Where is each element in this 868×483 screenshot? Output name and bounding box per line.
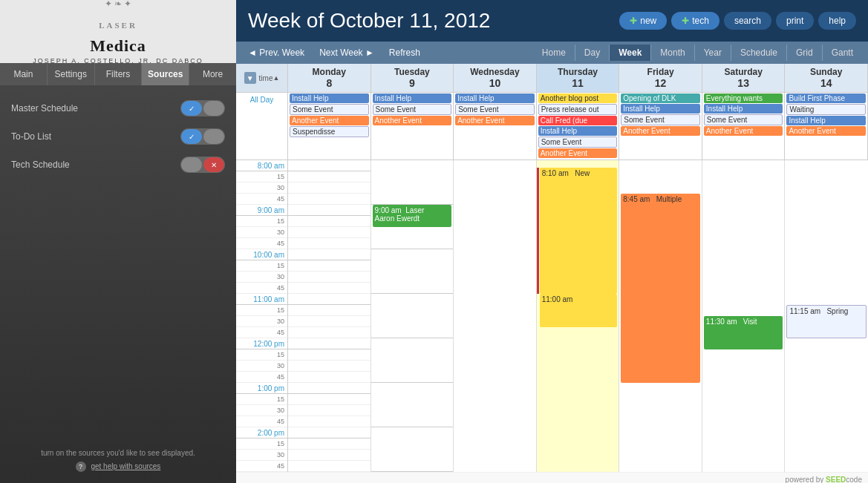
source-toggle-master[interactable]: ✓: [180, 100, 225, 116]
sidebar-tab-main[interactable]: Main: [0, 63, 48, 85]
day-num-sun: 14: [789, 77, 863, 89]
event-allday[interactable]: Another Event: [786, 126, 866, 136]
event-allday[interactable]: Suspendisse: [290, 126, 369, 137]
event-allday[interactable]: Install Help: [621, 104, 700, 114]
event-allday[interactable]: Some Event: [455, 104, 535, 115]
event-allday[interactable]: Everything wants: [704, 93, 783, 103]
event-allday[interactable]: Another Event: [373, 116, 452, 125]
event-allday[interactable]: Some Event: [373, 104, 452, 115]
timed-event-laser[interactable]: 9:00 am LaserAaron Ewerdt: [373, 205, 452, 227]
event-allday[interactable]: Install Help: [786, 116, 866, 125]
day-slot: [288, 316, 371, 327]
time-slot: 45: [236, 238, 287, 249]
sidebar-tab-filters[interactable]: Filters: [95, 63, 143, 85]
day-slot: [288, 394, 371, 405]
tab-week[interactable]: Week: [610, 45, 651, 61]
toggle-on-todo[interactable]: ✓: [181, 129, 202, 144]
allday-sat[interactable]: Everything wants Install Help Some Event…: [702, 93, 786, 160]
day-col-mon[interactable]: [288, 160, 371, 472]
event-allday[interactable]: Opening of DLK: [621, 93, 700, 103]
help-button[interactable]: help: [818, 12, 856, 30]
event-allday[interactable]: Another Event: [704, 126, 783, 136]
timed-event-1100[interactable]: 11:00 am: [540, 294, 618, 327]
time-slot: 30: [236, 450, 287, 461]
sidebar-tab-sources[interactable]: Sources: [142, 63, 189, 85]
day-num-thu: 11: [541, 77, 615, 89]
event-allday[interactable]: Some Event: [621, 114, 700, 125]
event-allday[interactable]: Install Help: [704, 104, 783, 114]
source-toggle-tech[interactable]: ✕: [180, 157, 225, 173]
day-col-sat[interactable]: 11:30 am Visit: [702, 160, 786, 472]
source-row-master: Master Schedule ✓: [11, 100, 225, 116]
tab-schedule[interactable]: Schedule: [731, 45, 787, 61]
event-allday[interactable]: Call Fred (due: [538, 116, 618, 125]
nav-bar: ◄ Prev. Week Next Week ► Refresh Home Da…: [236, 42, 868, 64]
timed-event-spring[interactable]: 11:15 am Spring: [786, 305, 867, 338]
allday-fri[interactable]: Opening of DLK Install Help Some Event A…: [619, 93, 702, 160]
event-allday[interactable]: Some Event: [538, 137, 618, 148]
allday-wed[interactable]: Install Help Some Event Another Event: [454, 93, 537, 160]
help-link[interactable]: get help with sources: [91, 462, 160, 470]
toggle-off-todo[interactable]: [203, 129, 224, 144]
time-slot: 2:00 pm: [236, 427, 287, 438]
day-col-tue[interactable]: 9:00 am LaserAaron Ewerdt: [371, 160, 454, 472]
new-button[interactable]: ✚ new: [619, 12, 667, 30]
tab-year[interactable]: Year: [695, 45, 731, 61]
day-col-sun[interactable]: 11:15 am Spring: [785, 160, 868, 472]
event-allday[interactable]: Another Event: [290, 116, 369, 125]
tab-grid[interactable]: Grid: [787, 45, 823, 61]
timed-event-visit[interactable]: 11:30 am Visit: [704, 316, 783, 349]
event-allday[interactable]: Install Help: [538, 126, 618, 136]
tab-gantt[interactable]: Gantt: [823, 45, 862, 61]
header-bar: Week of October 11, 2012 ✚ new ✚ tech se…: [236, 0, 868, 42]
day-col-thu[interactable]: 8:10 am New 11:00 am: [537, 160, 620, 472]
allday-mon[interactable]: Install Help Some Event Another Event Su…: [288, 93, 371, 160]
next-week-button[interactable]: Next Week ►: [313, 45, 380, 60]
source-row-tech: Tech Schedule ✕: [11, 157, 225, 173]
event-allday[interactable]: Install Help: [373, 93, 452, 103]
tab-day[interactable]: Day: [575, 45, 610, 61]
day-col-wed[interactable]: [454, 160, 537, 472]
allday-tue[interactable]: Install Help Some Event Another Event: [371, 93, 454, 160]
day-slot: [288, 194, 371, 205]
sidebar-tab-more[interactable]: More: [189, 63, 236, 85]
tab-month[interactable]: Month: [651, 45, 694, 61]
sidebar-tab-settings[interactable]: Settings: [48, 63, 95, 85]
event-allday[interactable]: Some Event: [290, 104, 369, 115]
event-allday[interactable]: Another blog post: [538, 93, 618, 103]
timed-event-multiple[interactable]: 8:45 am Multiple: [621, 194, 700, 383]
toggle-off-master[interactable]: [203, 101, 224, 116]
collapse-button[interactable]: ▼: [244, 72, 256, 84]
day-col-fri[interactable]: 8:45 am Multiple: [619, 160, 702, 472]
calendar-container[interactable]: ▼ time ▲ Monday 8 Tuesday 9 Wednesday 10…: [236, 64, 868, 483]
event-allday[interactable]: Install Help: [290, 93, 369, 103]
event-allday[interactable]: Another Event: [538, 148, 618, 158]
allday-thu[interactable]: Another blog post Press release out Call…: [537, 93, 620, 160]
event-allday[interactable]: Install Help: [455, 93, 535, 103]
tab-home[interactable]: Home: [533, 45, 575, 61]
allday-sun[interactable]: Build First Phase Waiting Install Help A…: [785, 93, 868, 160]
toggle-on-master[interactable]: ✓: [181, 101, 202, 116]
header-actions: ✚ new ✚ tech search print help: [619, 12, 856, 30]
tech-button[interactable]: ✚ tech: [671, 12, 719, 30]
prev-week-button[interactable]: ◄ Prev. Week: [242, 45, 310, 60]
toggle-off-tech[interactable]: [181, 157, 202, 172]
timed-event-new[interactable]: 8:10 am New: [540, 168, 618, 294]
search-button[interactable]: search: [724, 12, 771, 30]
time-header[interactable]: ▼ time ▲: [236, 64, 288, 92]
event-allday[interactable]: Build First Phase: [786, 93, 866, 103]
day-slot: [288, 438, 371, 450]
event-allday[interactable]: Another Event: [621, 126, 700, 136]
time-slot: 15: [236, 438, 287, 450]
toggle-x-tech[interactable]: ✕: [203, 157, 224, 172]
print-button[interactable]: print: [776, 12, 814, 30]
event-allday[interactable]: Some Event: [704, 114, 783, 125]
event-allday[interactable]: Another Event: [455, 116, 535, 125]
refresh-button[interactable]: Refresh: [383, 45, 426, 60]
event-allday[interactable]: Waiting: [786, 104, 866, 115]
source-toggle-todo[interactable]: ✓: [180, 128, 225, 145]
help-icon: ?: [76, 461, 86, 472]
time-slot: 45: [236, 327, 287, 338]
tech-label: tech: [692, 16, 709, 26]
event-allday[interactable]: Press release out: [538, 104, 618, 115]
